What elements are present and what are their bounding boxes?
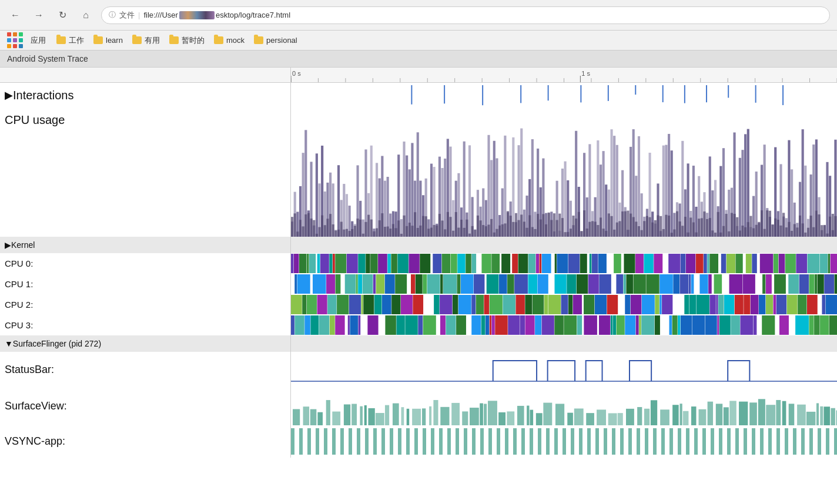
cpu2-chart <box>291 294 837 315</box>
cpu0-row: CPU 0: <box>0 253 837 274</box>
statusbar-chart <box>291 352 837 387</box>
interactions-chart <box>291 83 837 107</box>
vsync-label: VSYNC-app: <box>5 435 65 448</box>
cpu0-chart <box>291 253 837 274</box>
interactions-toggle[interactable]: ▶ <box>5 89 13 102</box>
bookmark-label: learn <box>106 36 123 45</box>
statusbar-label: StatusBar: <box>5 364 54 376</box>
folder-icon <box>214 36 223 44</box>
time-ruler-canvas <box>291 68 837 83</box>
folder-icon <box>93 36 103 44</box>
bookmark-label: persional <box>266 36 297 45</box>
sf-label: SurfaceFlinger (pid 272) <box>13 339 101 348</box>
cpu1-label: CPU 1: <box>5 279 33 289</box>
address-text: file:///Useresktop/log/trace7.html <box>143 11 822 20</box>
trace-title: Android System Trace <box>0 51 837 68</box>
address-separator: | <box>138 11 140 19</box>
interactions-label: Interactions <box>13 89 73 102</box>
cpu1-row: CPU 1: <box>0 274 837 294</box>
file-label: 文件 <box>119 10 135 21</box>
cpu-usage-chart <box>291 107 837 237</box>
refresh-button[interactable]: ↻ <box>54 7 71 23</box>
kernel-label: Kernel <box>11 240 35 250</box>
bookmark-label: mock <box>226 36 245 45</box>
folder-icon <box>169 36 179 44</box>
bookmark-工作[interactable]: 工作 <box>53 34 88 47</box>
address-bar[interactable]: ⓘ 文件 | file:///Useresktop/log/trace7.htm… <box>101 6 830 24</box>
folder-icon <box>254 36 263 44</box>
kernel-toggle[interactable]: ▶ <box>5 240 11 250</box>
surfaceview-chart <box>291 387 837 425</box>
folder-icon <box>132 36 142 44</box>
bookmark-mock[interactable]: mock <box>210 35 248 46</box>
home-button[interactable]: ⌂ <box>78 7 94 23</box>
bookmark-label: 暂时的 <box>182 35 205 46</box>
cpu3-label: CPU 3: <box>5 320 33 330</box>
cpu-usage-label: CPU usage <box>5 113 65 127</box>
security-icon: ⓘ <box>109 10 116 20</box>
cpu-usage-row: CPU usage <box>0 107 837 237</box>
bookmarks-bar: 应用 工作 learn 有用 暂时的 mock persional <box>0 31 837 51</box>
apps-label: 应用 <box>31 35 46 46</box>
time-ruler-row <box>0 68 837 83</box>
sf-toggle[interactable]: ▼ <box>5 339 13 348</box>
bookmark-persional[interactable]: persional <box>250 35 301 46</box>
kernel-row: ▶ Kernel <box>0 237 837 253</box>
cpu2-label: CPU 2: <box>5 300 33 310</box>
cpu0-label: CPU 0: <box>5 258 33 268</box>
cpu2-row: CPU 2: <box>0 294 837 315</box>
statusbar-row: StatusBar: <box>0 352 837 387</box>
vsync-row: VSYNC-app: <box>0 425 837 458</box>
surfaceview-row: SurfaceView: <box>0 387 837 425</box>
browser-nav: ← → ↻ ⌂ ⓘ 文件 | file:///Useresktop/log/tr… <box>0 0 837 31</box>
bookmark-label: 工作 <box>69 35 84 46</box>
vsync-chart <box>291 425 837 458</box>
apps-grid[interactable] <box>7 32 24 49</box>
bookmark-有用[interactable]: 有用 <box>129 34 163 47</box>
cpu3-chart <box>291 315 837 335</box>
forward-button[interactable]: → <box>31 7 47 23</box>
bookmark-label: 有用 <box>145 35 160 46</box>
back-button[interactable]: ← <box>7 7 24 23</box>
cpu3-row: CPU 3: <box>0 315 837 335</box>
folder-icon <box>56 36 66 44</box>
bookmark-暂时的[interactable]: 暂时的 <box>166 34 208 47</box>
bookmark-learn[interactable]: learn <box>90 35 126 46</box>
interactions-row: ▶ Interactions <box>0 83 837 107</box>
sf-row: ▼ SurfaceFlinger (pid 272) <box>0 335 837 352</box>
surfaceview-label: SurfaceView: <box>5 400 67 412</box>
cpu1-chart <box>291 274 837 294</box>
